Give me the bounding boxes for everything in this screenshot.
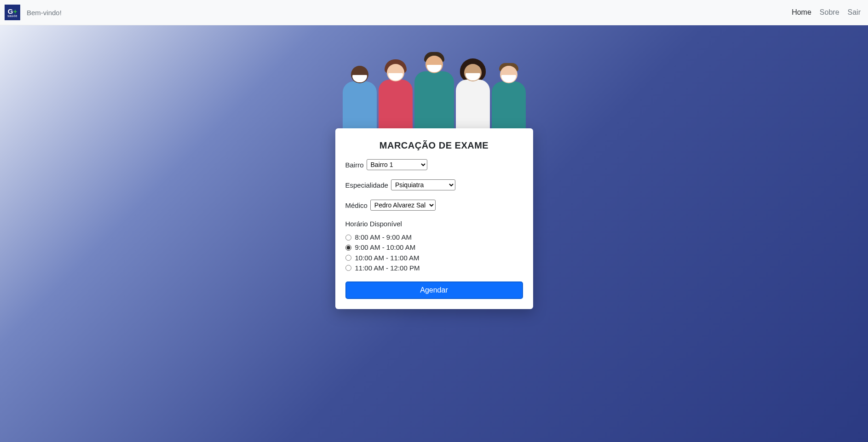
horario-radio-0[interactable] <box>345 235 351 241</box>
bairro-select[interactable]: Bairro 1 <box>367 159 427 170</box>
horario-option-label: 8:00 AM - 9:00 AM <box>355 233 412 242</box>
horario-radio-1[interactable] <box>345 245 351 251</box>
logo-subtext: saúde <box>7 14 17 17</box>
welcome-text: Bem-vindo! <box>27 9 62 17</box>
nav-link-sobre[interactable]: Sobre <box>820 8 839 17</box>
medico-label: Médico <box>345 201 368 209</box>
horario-option-label: 9:00 AM - 10:00 AM <box>355 243 416 252</box>
logo-letter: G <box>8 8 13 15</box>
exam-scheduling-card: MARCAÇÃO DE EXAME Bairro Bairro 1 Especi… <box>335 128 533 309</box>
horario-option-label: 10:00 AM - 11:00 AM <box>355 253 420 263</box>
horario-option[interactable]: 11:00 AM - 12:00 PM <box>345 263 523 273</box>
nav-link-sair[interactable]: Sair <box>848 8 861 17</box>
medical-staff-illustration <box>338 62 531 131</box>
especialidade-label: Especialidade <box>345 181 388 189</box>
logo-plus: + <box>13 8 17 15</box>
medico-select[interactable]: Pedro Alvarez Sales <box>370 200 436 211</box>
especialidade-select[interactable]: Psiquiatra <box>391 179 455 190</box>
navbar-left: G+ saúde Bem-vindo! <box>5 5 62 20</box>
horario-radio-3[interactable] <box>345 265 351 271</box>
nav-link-home[interactable]: Home <box>792 8 811 17</box>
horario-option[interactable]: 10:00 AM - 11:00 AM <box>345 253 523 263</box>
navbar: G+ saúde Bem-vindo! Home Sobre Sair <box>0 0 868 25</box>
horario-radio-2[interactable] <box>345 255 351 261</box>
horario-option[interactable]: 8:00 AM - 9:00 AM <box>345 232 523 242</box>
navbar-right: Home Sobre Sair <box>792 8 861 17</box>
bairro-label: Bairro <box>345 161 364 169</box>
horario-radio-group: 8:00 AM - 9:00 AM 9:00 AM - 10:00 AM 10:… <box>345 232 523 273</box>
horario-label: Horário Disponível <box>345 220 523 228</box>
logo-icon[interactable]: G+ saúde <box>5 5 20 20</box>
card-title: MARCAÇÃO DE EXAME <box>345 140 523 151</box>
agendar-button[interactable]: Agendar <box>345 281 523 299</box>
horario-option-label: 11:00 AM - 12:00 PM <box>355 264 420 273</box>
horario-option[interactable]: 9:00 AM - 10:00 AM <box>345 242 523 253</box>
hero: MARCAÇÃO DE EXAME Bairro Bairro 1 Especi… <box>0 25 868 442</box>
